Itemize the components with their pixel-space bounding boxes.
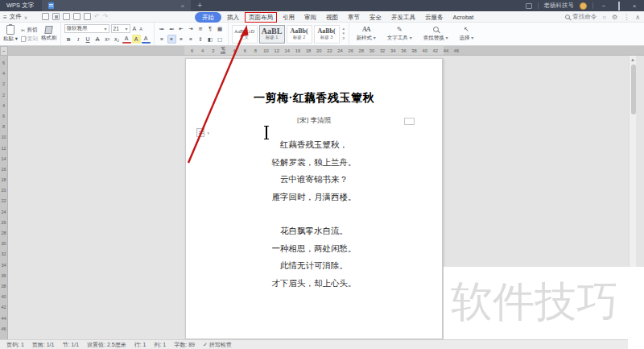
paragraph-button[interactable]: ⇥ xyxy=(187,24,196,33)
alignment-button[interactable]: ◧ xyxy=(206,35,215,44)
font-format-button[interactable]: I xyxy=(74,35,83,44)
style-chip[interactable]: AaBL 标题 1 xyxy=(259,25,285,44)
collapse-ribbon-icon[interactable]: ∧ xyxy=(635,14,640,21)
open-icon[interactable] xyxy=(42,13,49,20)
ribbon-tab[interactable]: 安全 xyxy=(365,13,386,23)
sync-icon[interactable]: ○ xyxy=(602,14,606,21)
poem-line[interactable]: 雁字回时，月满西楼。 xyxy=(186,189,442,206)
vertical-ruler[interactable]: 6422468101214161820222426283032343638404… xyxy=(0,56,8,339)
style-preview: AaBb( xyxy=(317,28,335,35)
indent-marker[interactable] xyxy=(221,47,225,51)
search-command[interactable]: 查找命令 xyxy=(565,13,597,21)
document-tab[interactable]: ef044b6192c24...228b2a249eca8 × xyxy=(42,0,191,11)
scroll-up-icon[interactable]: ▲ xyxy=(630,56,636,64)
poem-line[interactable]: 一种相思，两处闲愁。 xyxy=(186,240,442,258)
redo-icon[interactable]: ↷ xyxy=(103,13,109,20)
print-preview-icon[interactable] xyxy=(73,13,80,20)
horizontal-ruler[interactable]: 6422468101214161820222426283032343638404… xyxy=(0,46,644,56)
ribbon-tab[interactable]: 审阅 xyxy=(300,13,320,23)
alignment-button[interactable]: ≡ xyxy=(158,35,167,44)
account-name[interactable]: 老杨科技号 xyxy=(544,2,575,10)
tab-selector-box[interactable]: ⌐ xyxy=(0,46,8,56)
style-chip[interactable]: AaBbCcD 正文 xyxy=(232,25,258,44)
find-replace-button[interactable]: 查找替换 ▾ xyxy=(419,24,452,42)
minimize-button[interactable]: − xyxy=(599,2,609,10)
document-page[interactable]: 一剪梅·红藕香残玉簟秋 [宋] 李清照 红藕香残玉簟秋，轻解罗裳，独上兰舟。云中… xyxy=(185,58,443,339)
print-icon[interactable] xyxy=(63,13,70,20)
app-logo-label[interactable]: WPS 文字 xyxy=(0,2,42,10)
poem-title[interactable]: 一剪梅·红藕香残玉簟秋 xyxy=(186,91,442,106)
gallery-more-icon[interactable]: ≡ xyxy=(343,35,345,40)
gear-icon[interactable]: ⚙ xyxy=(612,14,617,21)
grow-font-button[interactable]: A xyxy=(132,26,138,31)
avatar[interactable] xyxy=(580,2,587,10)
close-button[interactable]: × xyxy=(630,2,639,10)
poem-line[interactable]: 花自飘零水自流。 xyxy=(186,222,442,240)
font-format-button[interactable]: A xyxy=(122,35,131,44)
ribbon-tab[interactable]: 视图 xyxy=(322,13,342,23)
paragraph-button[interactable]: ⇤ xyxy=(177,24,186,33)
font-format-button[interactable]: A xyxy=(132,35,141,44)
font-format-button[interactable]: B xyxy=(64,35,73,44)
format-painter-button[interactable]: 格式刷 xyxy=(41,24,57,42)
poem-line[interactable]: 才下眉头，却上心头。 xyxy=(186,275,442,293)
ribbon-tab[interactable]: 插入 xyxy=(223,13,243,23)
poem-line[interactable]: 云中谁寄锦书来？ xyxy=(186,171,442,189)
ruler-number: 12 xyxy=(271,46,282,56)
font-name-select[interactable]: 微软雅黑▾ xyxy=(64,24,109,33)
paragraph-button[interactable]: ≔ xyxy=(158,24,167,33)
poem-line[interactable]: 红藕香残玉簟秋， xyxy=(186,136,442,154)
font-format-button[interactable]: A xyxy=(93,35,102,44)
ribbon-tab[interactable]: 页面布局 xyxy=(245,12,277,23)
menu-icon[interactable]: ≡ xyxy=(3,14,7,21)
scrollbar-thumb[interactable] xyxy=(631,64,636,114)
more-icon[interactable]: ⋮ xyxy=(623,14,630,21)
new-style-button[interactable]: AA 新样式 ▾ xyxy=(353,24,380,42)
paste-options-icon[interactable] xyxy=(196,128,204,137)
tab-close-icon[interactable]: × xyxy=(181,2,185,10)
alignment-button[interactable]: ≡ xyxy=(167,35,176,44)
select-button[interactable]: ↖ 选择 ▾ xyxy=(455,24,477,42)
ribbon-tab[interactable]: 章节 xyxy=(344,13,364,23)
font-format-button[interactable]: U xyxy=(84,35,93,44)
paragraph-button[interactable]: ¶ xyxy=(206,24,215,33)
font-format-button[interactable]: A xyxy=(142,35,151,44)
paragraph-button[interactable]: ▦ xyxy=(216,24,225,33)
ribbon-tab[interactable]: Acrobat xyxy=(449,13,478,22)
ribbon-tab[interactable]: 引用 xyxy=(279,13,299,23)
style-chip[interactable]: AaBb( 标题 2 xyxy=(287,25,312,44)
style-chip[interactable]: AaBb( 标题 3 xyxy=(314,25,340,44)
cut-button[interactable]: ✂剪切 xyxy=(21,27,38,34)
alignment-button[interactable]: ≡ xyxy=(187,35,196,44)
new-tab-button[interactable]: + xyxy=(197,2,202,10)
copy-button[interactable]: 复制 xyxy=(21,35,38,43)
ribbon-tab[interactable]: 开始 xyxy=(195,12,221,23)
paste-caret-icon: ▾ xyxy=(15,35,18,41)
alignment-button[interactable]: ▢ xyxy=(216,35,225,44)
font-format-button[interactable]: x₂ xyxy=(113,35,122,44)
chevron-down-icon: ▾ xyxy=(471,35,473,40)
font-size-select[interactable]: 21▾ xyxy=(111,24,130,33)
alignment-button[interactable]: ⇕ xyxy=(196,35,205,44)
font-format-button[interactable]: x² xyxy=(103,35,112,44)
spellcheck-icon: ✓ xyxy=(203,342,208,348)
file-menu[interactable]: 文件 xyxy=(10,13,22,21)
export-pdf-icon[interactable] xyxy=(84,13,91,20)
poem-line[interactable]: 轻解罗裳，独上兰舟。 xyxy=(186,154,442,172)
ribbon-tab[interactable]: 开发工具 xyxy=(387,13,419,23)
undo-icon[interactable]: ↶ xyxy=(94,13,100,20)
poem-line[interactable]: 此情无计可消除。 xyxy=(186,257,442,275)
paste-button[interactable]: 粘贴 ▾ xyxy=(3,24,18,43)
ribbon-tab[interactable]: 云服务 xyxy=(421,13,448,23)
text-tool-button[interactable]: ✎ 文字工具 ▾ xyxy=(383,24,416,42)
spellcheck-button[interactable]: ✓ 拼写检查 xyxy=(203,341,232,349)
ruler-number: 8 xyxy=(0,124,7,135)
save-icon[interactable] xyxy=(52,13,60,20)
shrink-font-button[interactable]: A xyxy=(138,27,143,31)
restore-button[interactable] xyxy=(614,2,624,10)
paragraph-button[interactable]: ≕ xyxy=(167,24,176,33)
alignment-button[interactable]: ≡ xyxy=(177,35,186,44)
message-icon[interactable] xyxy=(526,3,532,9)
paragraph-button[interactable]: ≋ xyxy=(196,24,205,33)
text-cursor xyxy=(266,126,267,139)
